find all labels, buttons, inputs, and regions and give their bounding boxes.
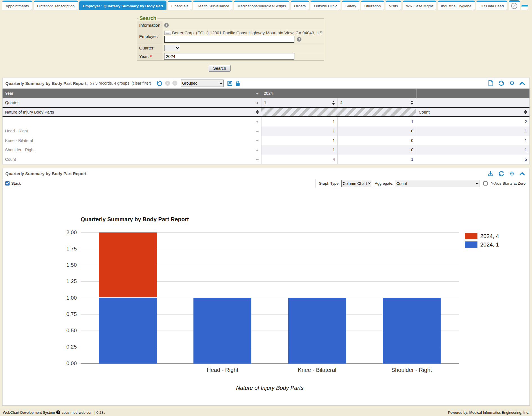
settings-gear-icon[interactable]: ⚙: [509, 80, 515, 86]
move-columns-icon[interactable]: ◂▸: [256, 139, 259, 142]
year-input[interactable]: [164, 53, 294, 60]
row-label: Knee - Bilateral: [5, 138, 33, 143]
tab-health-surveillance[interactable]: Health Surveillance: [193, 1, 233, 10]
graph-type-label: Graph Type:: [319, 181, 340, 186]
collapse-panel-icon[interactable]: [519, 172, 525, 176]
year-row: Year: *: [137, 52, 324, 60]
information-row: Information ?: [137, 21, 324, 29]
tab-overflow-button[interactable]: ↗: [509, 0, 520, 10]
tab-medications-allergies-scripts[interactable]: Medications/Allergies/Scripts: [234, 1, 289, 10]
chart-panel-header: Quarterly Summary by Body Part Report ⚙: [3, 168, 529, 179]
undo-icon[interactable]: [156, 80, 163, 87]
report-chart-panel: Quarterly Summary by Body Part Report ⚙ …: [2, 168, 530, 406]
legend-item[interactable]: 2024, 1: [465, 241, 499, 248]
bar-segment-2024-1: [383, 298, 441, 363]
employer-collapse-button[interactable]: —: [164, 31, 171, 35]
save-icon[interactable]: [227, 80, 233, 86]
aggregate-select[interactable]: Count: [395, 180, 479, 187]
table-panel-header: Quarterly Summary by Body Part Report, 5…: [3, 78, 529, 89]
external-link-icon[interactable]: ↗: [511, 3, 517, 9]
search-legend: Search: [138, 15, 157, 21]
sort-icon[interactable]: [524, 110, 527, 114]
cell-quarter-4: 0: [337, 126, 416, 136]
info-icon[interactable]: i: [56, 410, 60, 414]
quarter-1-header[interactable]: 1: [261, 98, 337, 107]
count-header-cell[interactable]: Count: [416, 108, 529, 116]
help-icon[interactable]: ?: [164, 23, 169, 28]
cell-quarter-1: 1: [261, 136, 337, 145]
year-value-cell: 2024: [261, 89, 416, 98]
refresh-icon[interactable]: [498, 80, 504, 86]
tab-orders[interactable]: Orders: [291, 1, 309, 10]
cell-count: 1: [416, 126, 529, 136]
table-row: Knee - Bilateral◂▸101: [3, 136, 529, 145]
footer-app-name: WebChart Development System: [3, 410, 55, 415]
row-label-cell: Count◂▸: [3, 155, 261, 164]
move-columns-icon[interactable]: ◂▸: [256, 148, 259, 152]
plot-area: 2.001.751.501.251.000.750.500.250.00Head…: [81, 232, 459, 363]
cell-quarter-1: 1: [261, 145, 337, 155]
employer-help-icon[interactable]: ?: [297, 37, 301, 42]
move-columns-icon[interactable]: ◂▸: [256, 120, 259, 123]
chart-legend: 2024, 42024, 1: [465, 233, 499, 248]
move-columns-icon[interactable]: ◂▸: [256, 130, 259, 133]
view-mode-select[interactable]: Grouped: [181, 80, 224, 87]
y-tick-label: 0.25: [55, 344, 77, 350]
move-columns-icon[interactable]: ◂▸: [256, 101, 259, 104]
quarter-count-spacer: [416, 98, 529, 107]
tab-safety[interactable]: Safety: [342, 1, 359, 10]
legend-swatch: [465, 241, 477, 248]
employer-selected-value: Better Corp. (EO-1) 12001 Pacific Coast …: [172, 30, 322, 35]
settings-gear-icon[interactable]: ⚙: [509, 171, 515, 177]
move-columns-icon[interactable]: ◂▸: [256, 92, 259, 95]
row-label: Shoulder - Right: [5, 148, 35, 152]
bodyparts-header-cell[interactable]: Nature of Injury Body Parts: [3, 108, 261, 116]
tab-employer-quarterly-summary-by-body-part[interactable]: Employer : Quarterly Summary by Body Par…: [79, 1, 166, 10]
move-columns-icon[interactable]: ◂▸: [256, 158, 259, 161]
tab-financials[interactable]: Financials: [168, 1, 192, 10]
year-label: Year: *: [137, 52, 163, 60]
page-next-icon[interactable]: ›: [172, 81, 177, 86]
quarter-header-cell: Quarter ◂▸: [3, 98, 261, 107]
table-panel-title: Quarterly Summary by Body Part Report,: [5, 81, 88, 86]
bodyparts-header-label: Nature of Injury Body Parts: [5, 110, 54, 114]
sort-icon[interactable]: [256, 110, 259, 114]
year-header-cell: Year ◂▸: [3, 89, 261, 98]
quarter-select[interactable]: [164, 45, 180, 51]
y-tick-label: 0.00: [55, 360, 77, 367]
quarter-4-header[interactable]: 4: [337, 98, 416, 107]
chart-panel-title: Quarterly Summary by Body Part Report: [5, 171, 86, 176]
x-tick-label: Shoulder - Right: [364, 367, 459, 373]
tab-hr-data-feed[interactable]: HR Data Feed: [476, 1, 507, 10]
search-button[interactable]: Search: [209, 65, 231, 72]
clear-filter-link[interactable]: (clear filter): [132, 81, 151, 85]
graph-type-select[interactable]: Column Chart: [341, 180, 372, 187]
tab-appointments[interactable]: Appointments: [2, 1, 32, 10]
information-label: Information: [137, 21, 163, 29]
legend-item[interactable]: 2024, 4: [465, 233, 499, 239]
tab-industrial-hygiene[interactable]: Industrial Hygiene: [438, 1, 475, 10]
footer-host: zeus.med-web.com | 0.28s: [62, 410, 105, 415]
tab-clipped[interactable]: [521, 5, 528, 10]
collapse-panel-icon[interactable]: [519, 81, 525, 85]
employer-search-input[interactable]: [164, 36, 294, 43]
tab-visits[interactable]: Visits: [386, 1, 401, 10]
page-prev-icon[interactable]: ‹: [165, 81, 170, 86]
stack-checkbox[interactable]: [5, 181, 10, 186]
sort-icon[interactable]: [411, 101, 413, 105]
tab-outside-clinic[interactable]: Outside Clinic: [310, 1, 341, 10]
refresh-icon[interactable]: [498, 171, 504, 177]
tab-dictation-transcription[interactable]: Dictation/Transcription: [34, 1, 78, 10]
sort-icon[interactable]: [332, 101, 335, 105]
tab-wr-case-mgmt[interactable]: WR Case Mgmt: [403, 1, 436, 10]
graph-options-group: Graph Type: Column Chart Aggregate: Coun…: [315, 179, 527, 188]
tab-utilization[interactable]: Utilization: [361, 1, 384, 10]
download-icon[interactable]: [488, 171, 493, 177]
tab-bar: AppointmentsDictation/TranscriptionEmplo…: [0, 0, 532, 10]
cell-quarter-4: 1: [337, 155, 416, 164]
y-axis-zero-checkbox[interactable]: [483, 181, 488, 186]
y-tick-label: 0.50: [55, 327, 77, 334]
new-document-icon[interactable]: [488, 80, 493, 86]
lock-icon[interactable]: [235, 80, 240, 86]
status-bar: WebChart Development System i zeus.med-w…: [0, 409, 532, 416]
